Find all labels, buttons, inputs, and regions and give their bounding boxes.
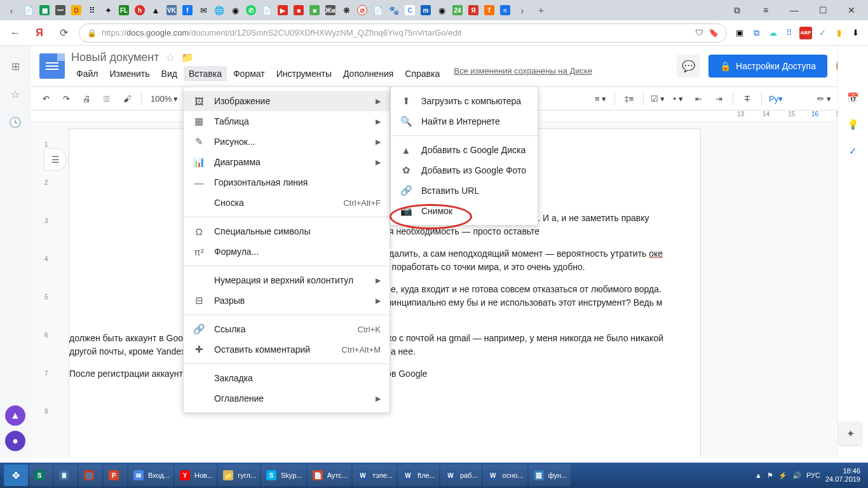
insert-menu-item[interactable]: —Горизонтальная линия xyxy=(184,172,390,193)
insert-menu-item[interactable]: ✚Оставить комментарийCtrl+Alt+M xyxy=(184,339,390,360)
tab-favicon[interactable]: 📄 xyxy=(22,4,35,17)
alice-voice-icon[interactable]: ● xyxy=(5,431,25,451)
menu-file[interactable]: Файл xyxy=(71,66,103,81)
comments-icon[interactable]: 💬 xyxy=(677,55,700,78)
tab-favicon[interactable]: f xyxy=(181,4,194,17)
insert-menu-item[interactable]: 📊Диаграмма▶ xyxy=(184,152,390,172)
insert-menu-item[interactable]: ⊟Разрыв▶ xyxy=(184,290,390,311)
tab-favicon[interactable]: ✦ xyxy=(102,4,114,17)
insert-menu-item[interactable]: ▦Таблица▶ xyxy=(184,111,390,132)
protect-icon[interactable]: 🛡 xyxy=(695,28,703,37)
menu-edit[interactable]: Изменить xyxy=(104,66,154,81)
tab-favicon[interactable]: m xyxy=(419,4,432,17)
spellcheck-icon[interactable]: Ａ̲ xyxy=(98,90,116,107)
tab-favicon[interactable]: ◉ xyxy=(435,4,448,17)
tab-prev-icon[interactable]: ‹ xyxy=(4,3,19,18)
zoom-select[interactable]: 100% ▾ xyxy=(147,94,182,104)
tab-favicon[interactable]: 🐾 xyxy=(388,4,400,17)
taskbar-app[interactable]: YНов... xyxy=(175,464,217,486)
tab-favicon[interactable]: ■ xyxy=(292,4,305,17)
tab-favicon[interactable]: Жж xyxy=(324,4,337,17)
insert-menu-item[interactable]: СноскаCtrl+Alt+F xyxy=(184,193,390,213)
taskbar-app[interactable]: SSkyp... xyxy=(261,464,306,486)
image-submenu-item[interactable]: ▲Добавить с Google Диска xyxy=(391,140,538,160)
insert-menu-item[interactable]: Закладка xyxy=(184,368,390,388)
start-button[interactable]: ❖ xyxy=(4,464,28,486)
document-title[interactable]: Новый документ xyxy=(71,51,159,64)
tab-favicon[interactable]: T xyxy=(483,4,496,17)
menu-format[interactable]: Формат xyxy=(228,66,270,81)
menu-help[interactable]: Справка xyxy=(400,66,445,81)
tab-favicon[interactable]: 24 xyxy=(451,4,464,17)
ext-icon[interactable]: ABP xyxy=(799,27,812,39)
calendar-icon[interactable]: 📅 xyxy=(846,90,861,105)
tab-next-icon[interactable]: › xyxy=(515,3,530,18)
explore-icon[interactable]: ✦ xyxy=(839,422,862,445)
taskbar-app[interactable]: 📁гугл... xyxy=(218,464,260,486)
input-tools-icon[interactable]: Ру ▾ xyxy=(767,90,785,107)
redo-icon[interactable]: ↷ xyxy=(57,90,75,107)
tab-favicon[interactable]: FL xyxy=(118,4,130,17)
ext-icon[interactable]: ✓ xyxy=(816,27,829,39)
reload-icon[interactable]: ⟳ xyxy=(55,24,72,42)
taskbar-app[interactable]: Wраб... xyxy=(440,464,482,486)
checklist-icon[interactable]: ☑ ▾ xyxy=(649,90,667,107)
ext-icon[interactable]: ⠿ xyxy=(783,27,796,39)
tray-icon[interactable]: ⚡ xyxy=(778,471,787,480)
share-button[interactable]: 🔒 Настройки Доступа xyxy=(709,55,827,78)
insert-menu-item[interactable]: π²Формула... xyxy=(184,241,390,262)
tab-favicon[interactable]: ≡ xyxy=(499,4,512,17)
menu-insert[interactable]: Вставка xyxy=(184,66,227,81)
favorites-icon[interactable]: ☆ xyxy=(8,86,23,102)
insert-menu-item[interactable]: 🔗СсылкаCtrl+K xyxy=(184,319,390,339)
menu-tools[interactable]: Инструменты xyxy=(271,66,337,81)
ext-icon[interactable]: ☁ xyxy=(766,27,779,39)
taskbar-app[interactable]: S xyxy=(29,464,53,486)
history-icon[interactable]: 🕓 xyxy=(8,114,23,130)
align-icon[interactable]: ≡ ▾ xyxy=(592,90,609,107)
tab-favicon[interactable]: ⠿ xyxy=(86,4,98,17)
image-submenu-item[interactable]: ✿Добавить из Google Фото xyxy=(391,160,538,180)
print-icon[interactable]: 🖨 xyxy=(78,90,95,107)
menu-addons[interactable]: Дополнения xyxy=(338,66,398,81)
image-submenu-item[interactable]: 🔗Вставить URL xyxy=(391,180,538,201)
tab-favicon[interactable]: VK xyxy=(165,4,178,17)
address-input[interactable]: 🔒 https://docs.google.com/document/d/1Z0… xyxy=(79,24,727,43)
tab-favicon[interactable]: ✉ xyxy=(197,4,210,17)
tray-icon[interactable]: ⚑ xyxy=(767,471,773,480)
insert-menu-item[interactable]: Нумерация и верхний колонтитул▶ xyxy=(184,270,390,290)
tab-favicon[interactable]: ▶ xyxy=(276,4,289,17)
tab-favicon[interactable]: ❋ xyxy=(340,4,353,17)
tray-volume-icon[interactable]: 🔊 xyxy=(792,471,801,480)
star-icon[interactable]: ☆ xyxy=(166,51,175,64)
taskbar-app[interactable]: 🖩 xyxy=(54,464,78,486)
saved-status[interactable]: Все изменения сохранены на Диске xyxy=(454,66,592,81)
back-icon[interactable]: ← xyxy=(6,24,24,42)
ext-icon[interactable]: ▮ xyxy=(832,27,845,39)
tab-favicon[interactable]: 〰 xyxy=(54,4,67,17)
insert-menu-item[interactable]: Оглавление▶ xyxy=(184,388,390,409)
ext-icon[interactable]: ▣ xyxy=(733,27,746,39)
taskbar-app[interactable]: 🌐 xyxy=(79,464,102,486)
ext-icon[interactable]: ⧉ xyxy=(750,27,763,39)
docs-logo-icon[interactable] xyxy=(39,53,65,79)
editing-mode-icon[interactable]: ✏ ▾ xyxy=(815,90,833,107)
apps-icon[interactable]: ⊞ xyxy=(8,58,23,74)
yandex-icon[interactable]: Я xyxy=(31,24,48,42)
tab-favicon[interactable]: D xyxy=(70,4,83,17)
tray-clock[interactable]: 18:46 24.07.2019 xyxy=(825,467,864,484)
tray-up-icon[interactable]: ▲ xyxy=(755,471,762,479)
maximize-icon[interactable]: ☐ xyxy=(810,1,836,19)
bookmark-icon[interactable]: 🔖 xyxy=(709,28,719,37)
minimize-icon[interactable]: — xyxy=(782,1,807,19)
alice-icon[interactable]: ▲ xyxy=(5,405,25,426)
image-submenu-item[interactable]: 🔍Найти в Интернете xyxy=(391,111,538,132)
tab-favicon[interactable]: C xyxy=(403,4,416,17)
insert-menu-item[interactable]: ΩСпециальные символы xyxy=(184,221,390,241)
outline-toggle-icon[interactable]: ☰ xyxy=(44,148,67,171)
panel-icon[interactable]: ⧉ xyxy=(724,1,750,19)
tab-favicon[interactable]: 📄 xyxy=(372,4,384,17)
tab-favicon[interactable]: Я xyxy=(467,4,480,17)
image-submenu-item[interactable]: 📷Снимок xyxy=(391,201,538,221)
taskbar-app[interactable]: Wтэле... xyxy=(353,464,397,486)
